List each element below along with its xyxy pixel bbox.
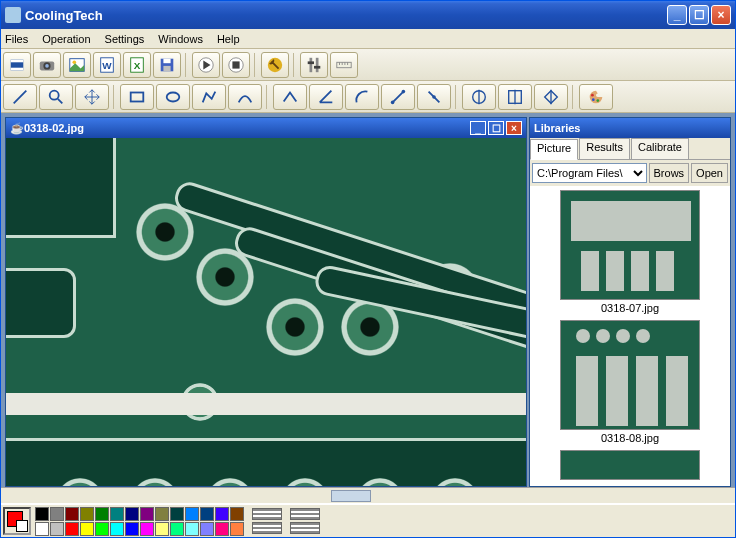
tab-calibrate[interactable]: Calibrate bbox=[631, 138, 689, 159]
excel-icon[interactable]: X bbox=[123, 52, 151, 78]
workspace: ☕ 0318-02.jpg _ ☐ × bbox=[1, 113, 735, 487]
maximize-button[interactable]: ☐ bbox=[689, 5, 709, 25]
arc-tool-icon[interactable] bbox=[345, 84, 379, 110]
tab-results[interactable]: Results bbox=[579, 138, 630, 159]
color-swatch[interactable] bbox=[170, 522, 184, 536]
color-swatch[interactable] bbox=[95, 507, 109, 521]
minimize-button[interactable]: _ bbox=[667, 5, 687, 25]
menu-windows[interactable]: Windows bbox=[158, 33, 203, 45]
menu-files[interactable]: Files bbox=[5, 33, 28, 45]
path-select[interactable]: C:\Program Files\ bbox=[532, 163, 647, 183]
current-color[interactable] bbox=[3, 507, 31, 535]
polyline-tool-icon[interactable] bbox=[192, 84, 226, 110]
camera-icon[interactable] bbox=[33, 52, 61, 78]
move-icon[interactable] bbox=[75, 84, 109, 110]
toolbar-main: W X bbox=[1, 49, 735, 81]
menu-help[interactable]: Help bbox=[217, 33, 240, 45]
scrollbar-thumb[interactable] bbox=[331, 490, 371, 502]
color-swatch[interactable] bbox=[215, 507, 229, 521]
color-swatch[interactable] bbox=[125, 507, 139, 521]
color-swatch[interactable] bbox=[110, 522, 124, 536]
image-minimize-button[interactable]: _ bbox=[470, 121, 486, 135]
menu-settings[interactable]: Settings bbox=[105, 33, 145, 45]
color-swatch[interactable] bbox=[95, 522, 109, 536]
color-swatch[interactable] bbox=[230, 507, 244, 521]
color-swatch[interactable] bbox=[125, 522, 139, 536]
color-swatch[interactable] bbox=[215, 522, 229, 536]
path-tool-icon[interactable] bbox=[273, 84, 307, 110]
color-swatch[interactable] bbox=[185, 522, 199, 536]
pattern-swatch[interactable] bbox=[290, 522, 320, 534]
pattern-swatch[interactable] bbox=[252, 522, 282, 534]
svg-text:W: W bbox=[102, 59, 112, 70]
image-titlebar[interactable]: ☕ 0318-02.jpg _ ☐ × bbox=[6, 118, 526, 138]
color-swatch[interactable] bbox=[200, 507, 214, 521]
svg-rect-1 bbox=[11, 59, 24, 62]
svg-text:X: X bbox=[134, 59, 141, 70]
horizontal-scrollbar[interactable] bbox=[1, 487, 735, 503]
picture-icon[interactable] bbox=[63, 52, 91, 78]
play-icon[interactable] bbox=[192, 52, 220, 78]
libraries-title: Libraries bbox=[534, 122, 726, 134]
line-tool-icon[interactable] bbox=[3, 84, 37, 110]
color-swatch[interactable] bbox=[155, 522, 169, 536]
color-swatch[interactable] bbox=[170, 507, 184, 521]
color-swatch[interactable] bbox=[140, 522, 154, 536]
color-swatch[interactable] bbox=[35, 507, 49, 521]
color-swatch[interactable] bbox=[65, 522, 79, 536]
svg-point-34 bbox=[391, 100, 395, 104]
word-icon[interactable]: W bbox=[93, 52, 121, 78]
svg-line-30 bbox=[58, 98, 63, 103]
color-swatch[interactable] bbox=[50, 522, 64, 536]
browse-button[interactable]: Brows bbox=[649, 163, 690, 183]
image-close-button[interactable]: × bbox=[506, 121, 522, 135]
tab-picture[interactable]: Picture bbox=[530, 139, 578, 160]
image-app-icon: ☕ bbox=[10, 122, 24, 135]
list-item[interactable]: 0318-07.jpg bbox=[534, 190, 726, 314]
color-swatch[interactable] bbox=[80, 522, 94, 536]
save-icon[interactable] bbox=[153, 52, 181, 78]
color-swatch[interactable] bbox=[65, 507, 79, 521]
color-swatch[interactable] bbox=[140, 507, 154, 521]
compass-tool-icon[interactable] bbox=[381, 84, 415, 110]
libraries-titlebar[interactable]: Libraries bbox=[530, 118, 730, 138]
wrench-icon[interactable] bbox=[261, 52, 289, 78]
color-swatch[interactable] bbox=[80, 507, 94, 521]
film-icon[interactable] bbox=[3, 52, 31, 78]
close-button[interactable]: × bbox=[711, 5, 731, 25]
color-swatch[interactable] bbox=[35, 522, 49, 536]
list-item[interactable]: 0318-08.jpg bbox=[534, 320, 726, 444]
titlebar[interactable]: CoolingTech _ ☐ × bbox=[1, 1, 735, 29]
color-grid bbox=[35, 507, 244, 536]
color-swatch[interactable] bbox=[50, 507, 64, 521]
palette-icon[interactable] bbox=[579, 84, 613, 110]
phi2-icon[interactable] bbox=[498, 84, 532, 110]
compass2-tool-icon[interactable] bbox=[417, 84, 451, 110]
magnify-icon[interactable] bbox=[39, 84, 73, 110]
phi3-icon[interactable] bbox=[534, 84, 568, 110]
menu-operation[interactable]: Operation bbox=[42, 33, 90, 45]
stop-icon[interactable] bbox=[222, 52, 250, 78]
sliders-icon[interactable] bbox=[300, 52, 328, 78]
angle-tool-icon[interactable] bbox=[309, 84, 343, 110]
pattern-swatch[interactable] bbox=[252, 508, 282, 520]
curve-tool-icon[interactable] bbox=[228, 84, 262, 110]
ellipse-tool-icon[interactable] bbox=[156, 84, 190, 110]
phi1-icon[interactable] bbox=[462, 84, 496, 110]
svg-rect-20 bbox=[316, 57, 319, 71]
color-swatch[interactable] bbox=[155, 507, 169, 521]
rect-tool-icon[interactable] bbox=[120, 84, 154, 110]
image-viewport[interactable] bbox=[6, 138, 526, 486]
pattern-swatch[interactable] bbox=[290, 508, 320, 520]
color-swatch[interactable] bbox=[230, 522, 244, 536]
open-button[interactable]: Open bbox=[691, 163, 728, 183]
color-swatch[interactable] bbox=[110, 507, 124, 521]
list-item[interactable] bbox=[534, 450, 726, 480]
image-maximize-button[interactable]: ☐ bbox=[488, 121, 504, 135]
background-color[interactable] bbox=[16, 520, 28, 532]
svg-line-33 bbox=[393, 91, 404, 102]
color-swatch[interactable] bbox=[200, 522, 214, 536]
color-swatch[interactable] bbox=[185, 507, 199, 521]
ruler-icon[interactable] bbox=[330, 52, 358, 78]
thumbnail-list[interactable]: 0318-07.jpg 0318-08.jpg bbox=[530, 186, 730, 486]
